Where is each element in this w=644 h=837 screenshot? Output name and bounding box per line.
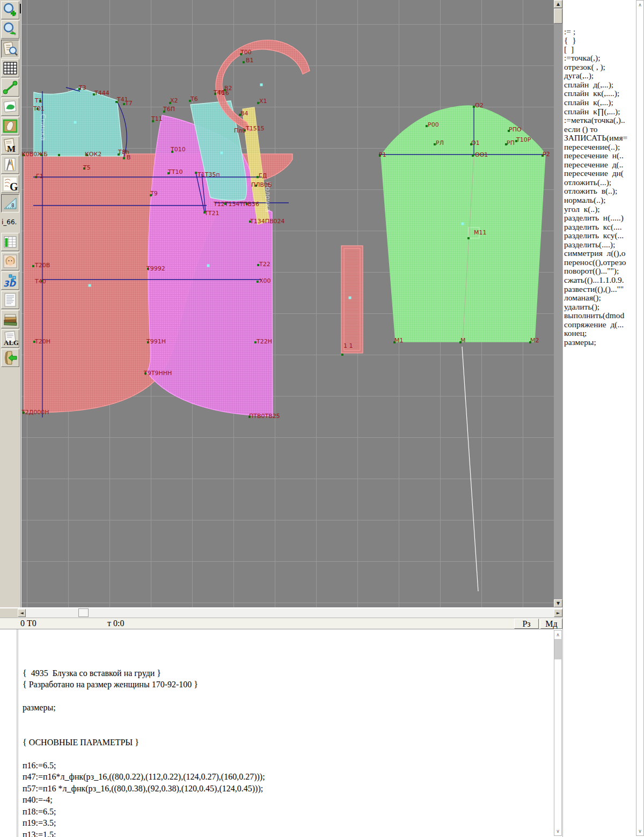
code-line[interactable]: п18:=6.5; <box>23 806 265 818</box>
command-item[interactable]: пересечение дн( <box>564 169 635 178</box>
command-item[interactable]: отрезок( , ); <box>564 63 635 72</box>
code-line[interactable]: размеры; <box>23 702 265 714</box>
command-item[interactable]: отложить в(..); <box>564 187 635 196</box>
point-label: РП <box>507 140 515 146</box>
editor-vscrollbar[interactable]: ∧ ∨ <box>554 630 562 836</box>
command-item[interactable]: ЗАПИСАТЬ(имя= <box>564 134 635 143</box>
i66-label[interactable]: i_66. <box>1 214 19 232</box>
canvas-vscroll-thumb[interactable] <box>554 9 562 24</box>
command-item[interactable]: :=точка(,); <box>564 54 635 63</box>
code-line[interactable]: { ОСНОВНЫЕ ПАРАМЕТРЫ } <box>23 737 265 748</box>
code-line[interactable]: п40:=-4; <box>23 794 265 806</box>
command-item[interactable]: :=метка(точка(,).. <box>564 116 635 125</box>
command-item[interactable]: := ; <box>564 27 635 36</box>
command-item[interactable]: пересечение д(.. <box>564 160 635 170</box>
editor-code[interactable]: { 4935 Блузка со вставкой на груди }{ Ра… <box>23 633 265 837</box>
measure-line-icon[interactable] <box>1 78 19 97</box>
command-item[interactable]: угол к(..); <box>564 205 635 214</box>
code-line[interactable] <box>23 725 265 737</box>
point-label: Т22 <box>259 261 270 268</box>
command-item[interactable]: поворот(()...""); <box>564 267 635 276</box>
canvas-hscroll-thumb[interactable] <box>78 608 89 617</box>
point-label: Т010 <box>170 146 186 153</box>
drafting-tools-icon[interactable]: A <box>1 156 19 174</box>
command-item[interactable]: пересечение н(.. <box>564 151 635 160</box>
command-item[interactable]: разделить(....); <box>564 240 635 249</box>
size-table-icon[interactable] <box>1 233 19 251</box>
g-sketch-icon[interactable]: G <box>1 175 19 193</box>
command-item[interactable]: ломаная(); <box>564 293 635 303</box>
md-button[interactable]: Мд <box>540 619 562 629</box>
command-item[interactable]: разделить кс(.... <box>564 223 635 232</box>
canvas-scroll-down-button[interactable]: ▼ <box>554 599 562 607</box>
command-item[interactable]: сплайн к∏(,...); <box>564 107 635 116</box>
canvas-scroll-left-button[interactable]: ◄ <box>18 609 26 617</box>
command-item[interactable]: симметрия л((),о <box>564 249 635 258</box>
svg-text:A: A <box>9 161 12 166</box>
picture-icon[interactable] <box>1 98 19 116</box>
code-line[interactable]: п47:=п16*л_фнк(рз_16,((80,0.22),(112,0.2… <box>23 771 265 783</box>
panel-scroll-down-chevron[interactable]: ∨ <box>636 827 643 835</box>
pattern-piece-icon[interactable] <box>1 117 19 135</box>
code-line[interactable]: п16:=6.5; <box>23 760 265 772</box>
command-item[interactable]: нормаль(..); <box>564 196 635 205</box>
editor-scroll-up-chevron[interactable]: ∧ <box>554 631 561 638</box>
code-line[interactable]: { Разработано на размер женщины 170-92-1… <box>23 679 265 691</box>
point-label: М2 <box>530 337 539 344</box>
rz-button[interactable]: Рз <box>514 619 539 629</box>
canvas-scroll-right-button[interactable]: ► <box>554 609 562 617</box>
command-item[interactable]: удалить(); <box>564 303 635 312</box>
command-item[interactable]: отложить(...); <box>564 178 635 187</box>
point-label: Т2Д000Н <box>21 409 49 416</box>
command-item[interactable]: если () то <box>564 125 635 134</box>
command-item[interactable]: разделить ксу(... <box>564 231 635 240</box>
command-item[interactable]: дуга(,..); <box>564 71 635 80</box>
threed-icon[interactable]: 3D <box>1 271 19 290</box>
books-icon[interactable] <box>1 310 19 328</box>
pattern-cad-window: MAG8i_66.3DALG <box>0 0 644 837</box>
drawing-canvas[interactable]: СпинкаПолочка Т00В1Т46В2Т16Х1В4Пл0Т1515Т… <box>21 0 554 607</box>
command-item[interactable]: сопряжение д(... <box>564 320 635 329</box>
code-line[interactable]: п19:=3.5; <box>23 817 265 829</box>
command-item[interactable]: разделить н(.....) <box>564 214 635 223</box>
command-item[interactable]: сплайн к(,...); <box>564 98 635 107</box>
zoom-in-icon[interactable] <box>1 1 19 19</box>
code-line[interactable] <box>23 748 265 760</box>
command-item[interactable]: развести((),()..."" <box>564 285 635 294</box>
command-item[interactable]: [ ] <box>564 45 635 54</box>
point-label: Т10Р <box>516 136 531 143</box>
notes-icon[interactable] <box>1 291 19 309</box>
command-item[interactable]: размеры; <box>564 338 635 347</box>
editor-vscroll-thumb[interactable] <box>554 639 561 659</box>
code-line[interactable] <box>23 714 265 725</box>
editor-scroll-down-chevron[interactable]: ∨ <box>554 827 561 835</box>
algorithm-editor[interactable]: { 4935 Блузка со вставкой на груди }{ Ра… <box>0 629 554 837</box>
code-line[interactable]: п13:=1.5; <box>23 829 265 837</box>
command-item[interactable]: конец; <box>564 329 635 338</box>
grid-icon[interactable] <box>1 59 19 77</box>
command-item[interactable]: сплайн д(,...); <box>564 80 635 90</box>
zoom-out-icon[interactable] <box>1 20 19 39</box>
panel-scroll-up-chevron[interactable]: ∧ <box>636 1 643 9</box>
exit-icon[interactable] <box>1 349 19 367</box>
command-item[interactable]: { } <box>564 36 635 45</box>
point-label: Т12Т134ТПВ36 <box>213 201 259 208</box>
code-line[interactable] <box>23 691 265 702</box>
photo-icon[interactable] <box>1 252 19 270</box>
alg-icon[interactable]: ALG <box>1 329 19 348</box>
command-item[interactable]: выполнить(dmod <box>564 311 635 320</box>
canvas-vscrollbar[interactable] <box>554 0 562 607</box>
command-item[interactable]: пересечение(..); <box>564 143 635 152</box>
panel-vscrollbar[interactable]: ∧ ∨ <box>636 0 644 836</box>
code-line[interactable]: п57:=п16 *л_фнк(рз_16,((80,0.38),(92,0.3… <box>23 783 265 795</box>
code-line[interactable]: { 4935 Блузка со вставкой на груди } <box>23 667 265 679</box>
command-item[interactable]: сплайн кк(,....); <box>564 89 635 98</box>
command-item[interactable]: перенос((),отрезо <box>564 258 635 267</box>
point-label: В4 <box>240 110 248 117</box>
m-document-icon[interactable]: M <box>1 136 19 155</box>
print-preview-icon[interactable] <box>1 40 19 58</box>
ruler-icon[interactable]: 8 <box>1 194 19 212</box>
point-label: Т16 <box>217 90 229 97</box>
command-item[interactable]: сжать(()...1.1.0.9. <box>564 276 635 285</box>
canvas-scroll-up-button[interactable]: ▲ <box>554 0 562 8</box>
